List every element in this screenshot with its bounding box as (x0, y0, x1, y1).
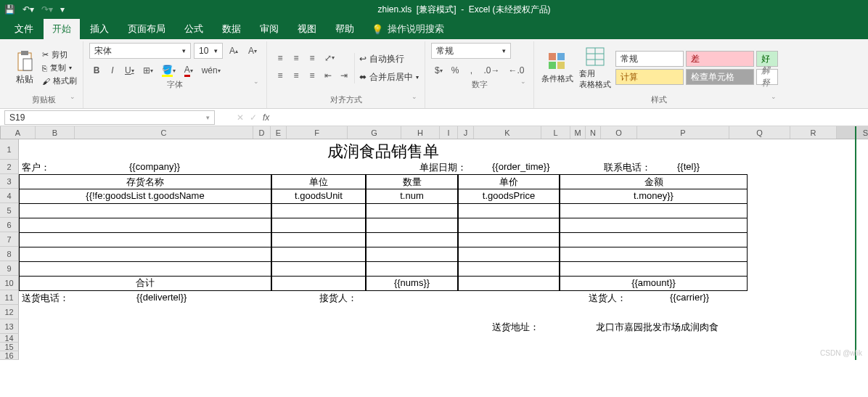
table-cell[interactable] (458, 232, 560, 247)
tab-layout[interactable]: 页面布局 (119, 19, 174, 39)
align-top-button[interactable]: ≡ (273, 51, 287, 65)
col-header-B[interactable]: B (36, 126, 75, 139)
font-size-select[interactable]: 10▾ (194, 43, 223, 59)
table-cell[interactable]: t.goodsPrice (458, 189, 560, 204)
number-format-select[interactable]: 常规▾ (431, 43, 511, 59)
table-cell[interactable]: t.money}} (560, 189, 748, 204)
row-header-1[interactable]: 1 (0, 139, 19, 160)
fill-color-button[interactable]: 🪣▾ (158, 63, 179, 78)
col-header-I[interactable]: I (440, 126, 458, 139)
table-cell[interactable] (271, 232, 366, 247)
table-cell[interactable] (458, 247, 560, 262)
underline-button[interactable]: U▾ (121, 63, 138, 78)
cut-button[interactable]: ✂剪切 (42, 49, 77, 60)
shrink-font-button[interactable]: A▾ (245, 44, 261, 58)
row-header-14[interactable]: 14 (0, 334, 19, 343)
row-header-3[interactable]: 3 (0, 174, 19, 189)
table-cell[interactable] (560, 203, 748, 218)
enter-icon[interactable]: ✓ (250, 112, 257, 123)
indent-dec-button[interactable]: ⇤ (321, 68, 335, 83)
redo-icon[interactable]: ↷▾ (41, 4, 53, 15)
table-cell[interactable]: t.goodsUnit (271, 189, 366, 204)
style-normal[interactable]: 常规 (615, 51, 684, 67)
row-header-12[interactable]: 12 (0, 305, 19, 319)
col-header-D[interactable]: D (253, 126, 271, 139)
tab-view[interactable]: 视图 (289, 19, 325, 39)
style-check[interactable]: 检查单元格 (686, 69, 754, 85)
align-center-button[interactable]: ≡ (289, 68, 303, 83)
table-cell[interactable] (271, 203, 366, 218)
row-header-5[interactable]: 5 (0, 203, 19, 218)
tell-me[interactable]: 💡操作说明搜索 (372, 22, 444, 36)
fx-icon[interactable]: fx (263, 112, 269, 123)
table-format-button[interactable]: 套用 表格格式 (578, 46, 613, 90)
align-left-button[interactable]: ≡ (273, 68, 287, 83)
cancel-icon[interactable]: ✕ (237, 112, 244, 123)
table-cell[interactable] (19, 218, 271, 233)
table-cell[interactable] (560, 232, 748, 247)
table-cell[interactable] (19, 261, 271, 277)
col-header-P[interactable]: P (637, 126, 729, 139)
indent-inc-button[interactable]: ⇥ (337, 68, 351, 83)
orientation-button[interactable]: ⤢▾ (321, 51, 338, 65)
merge-button[interactable]: ⬌合并后居中▾ (359, 71, 419, 83)
col-header-J[interactable]: J (458, 126, 474, 139)
percent-button[interactable]: % (448, 63, 463, 78)
style-bad[interactable]: 差 (686, 51, 754, 67)
currency-button[interactable]: $▾ (431, 63, 446, 78)
table-cell[interactable] (366, 247, 458, 262)
grow-font-button[interactable]: A▴ (226, 44, 242, 58)
col-header-R[interactable]: R (790, 126, 837, 139)
tab-review[interactable]: 审阅 (251, 19, 287, 39)
table-cell[interactable] (458, 203, 560, 218)
tab-insert[interactable]: 插入 (81, 19, 118, 39)
col-header-Q[interactable]: Q (729, 126, 790, 139)
col-header-G[interactable]: G (348, 126, 401, 139)
font-color-button[interactable]: A▾ (181, 63, 197, 78)
bold-button[interactable]: B (89, 63, 104, 78)
col-header-E[interactable]: E (271, 126, 287, 139)
align-right-button[interactable]: ≡ (305, 68, 319, 83)
col-header-K[interactable]: K (474, 126, 541, 139)
col-header-O[interactable]: O (601, 126, 637, 139)
phonetic-button[interactable]: wén▾ (198, 63, 224, 78)
format-painter-button[interactable]: 🖌格式刷 (42, 75, 77, 86)
col-header-F[interactable]: F (287, 126, 348, 139)
table-cell[interactable] (271, 218, 366, 233)
tab-home[interactable]: 开始 (44, 19, 80, 39)
col-header-A[interactable]: A (1, 126, 36, 139)
copy-button[interactable]: ⎘复制▾ (42, 62, 77, 73)
table-cell[interactable] (19, 247, 271, 262)
table-cell[interactable] (366, 203, 458, 218)
dec-decimal-button[interactable]: ←.0 (504, 63, 528, 78)
conditional-format-button[interactable]: 条件格式 (540, 52, 575, 84)
row-header-15[interactable]: 15 (0, 343, 19, 351)
col-header-C[interactable]: C (75, 126, 253, 139)
row-header-8[interactable]: 8 (0, 247, 19, 261)
table-cell[interactable] (458, 218, 560, 233)
row-header-10[interactable]: 10 (0, 276, 19, 290)
tab-formula[interactable]: 公式 (176, 19, 212, 39)
table-cell[interactable]: t.num (366, 189, 458, 204)
table-cell[interactable] (19, 203, 271, 218)
table-cell[interactable] (271, 247, 366, 262)
row-header-11[interactable]: 11 (0, 290, 19, 305)
table-cell[interactable] (271, 261, 366, 277)
col-header-H[interactable]: H (401, 126, 440, 139)
worksheet[interactable]: ABCDEFGHIJKLMNOPQRS 12345678910111213141… (0, 126, 868, 360)
col-header-M[interactable]: M (570, 126, 586, 139)
table-cell[interactable] (560, 261, 748, 277)
tab-data[interactable]: 数据 (213, 19, 250, 39)
align-bottom-button[interactable]: ≡ (305, 51, 319, 65)
font-name-select[interactable]: 宋体▾ (89, 43, 191, 59)
col-header-L[interactable]: L (541, 126, 570, 139)
table-cell[interactable] (366, 218, 458, 233)
row-header-7[interactable]: 7 (0, 232, 19, 247)
inc-decimal-button[interactable]: .0→ (480, 63, 503, 78)
row-header-4[interactable]: 4 (0, 189, 19, 203)
name-box[interactable]: S19▾ (4, 110, 215, 125)
comma-button[interactable]: , (464, 63, 478, 78)
italic-button[interactable]: I (105, 63, 120, 78)
table-cell[interactable] (366, 232, 458, 247)
paste-button[interactable]: 粘贴 (10, 50, 39, 86)
